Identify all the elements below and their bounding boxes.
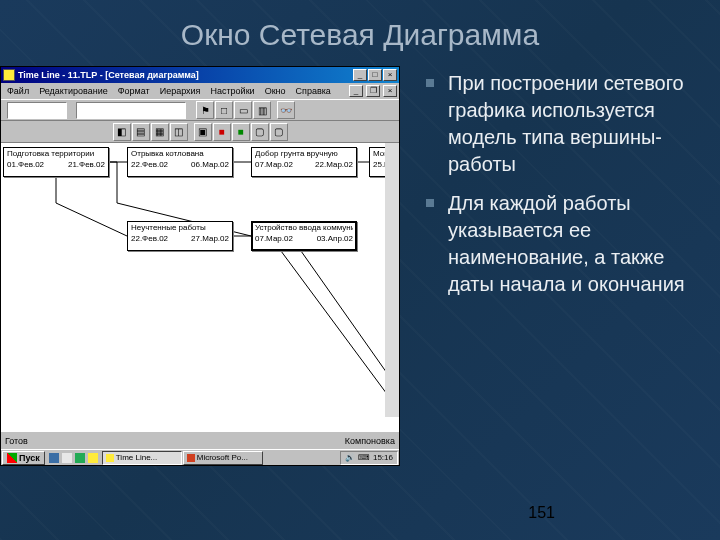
- taskbar-app-label: Microsoft Po...: [197, 453, 248, 462]
- task-title: Подготовка территории: [7, 149, 105, 158]
- scrollbar-vertical[interactable]: [385, 143, 399, 417]
- menu-hierarchy[interactable]: Иерархия: [156, 86, 205, 96]
- tray-icon[interactable]: ⌨: [358, 453, 370, 462]
- titlebar: Time Line - 11.TLP - [Сетевая диаграмма]…: [1, 67, 399, 83]
- tool2-a[interactable]: ◧: [113, 123, 131, 141]
- task-end-date: 03.Апр.02: [317, 234, 353, 243]
- system-tray[interactable]: 🔊 ⌨ 15:16: [340, 451, 398, 465]
- menu-settings[interactable]: Настройки: [206, 86, 258, 96]
- tool2-g[interactable]: ■: [232, 123, 250, 141]
- task-title: Отрывка котлована: [131, 149, 229, 158]
- tool2-c[interactable]: ▦: [151, 123, 169, 141]
- bullet-list: При построении сетевого графика использу…: [400, 66, 700, 466]
- tray-icon[interactable]: 🔊: [345, 453, 355, 462]
- tool-open-icon[interactable]: ▭: [234, 101, 252, 119]
- taskbar-app-powerpoint[interactable]: Microsoft Po...: [183, 451, 263, 465]
- combo-2[interactable]: [76, 102, 186, 119]
- svg-line-4: [56, 203, 127, 236]
- ql-icon[interactable]: [87, 452, 99, 464]
- menubar[interactable]: Файл Редактирование Формат Иерархия Наст…: [1, 83, 399, 99]
- ql-icon[interactable]: [74, 452, 86, 464]
- maximize-button[interactable]: □: [368, 69, 382, 81]
- start-button[interactable]: Пуск: [2, 451, 45, 465]
- mdi-restore-button[interactable]: ❐: [366, 85, 380, 97]
- tool-bino-icon[interactable]: 👓: [277, 101, 295, 119]
- diagram-canvas[interactable]: Подготовка территории01.Фев.0221.Фев.02О…: [1, 143, 399, 431]
- task-start-date: 07.Мар.02: [255, 160, 293, 169]
- task-title: Неучтенные работы: [131, 223, 229, 232]
- status-right: Компоновка: [345, 436, 395, 446]
- windows-icon: [7, 453, 17, 463]
- task-title: Добор грунта вручную: [255, 149, 353, 158]
- task-box[interactable]: Отрывка котлована22.Фев.0206.Мар.02: [127, 147, 233, 177]
- task-end-date: 27.Мар.02: [191, 234, 229, 243]
- taskbar-app-timeline[interactable]: Time Line...: [102, 451, 182, 465]
- window-title: Time Line - 11.TLP - [Сетевая диаграмма]: [18, 70, 352, 80]
- page-number: 151: [528, 504, 555, 522]
- slide-title: Окно Сетевая Диаграмма: [0, 0, 720, 52]
- app-screenshot: Time Line - 11.TLP - [Сетевая диаграмма]…: [0, 66, 400, 466]
- menu-file[interactable]: Файл: [3, 86, 33, 96]
- minimize-button[interactable]: _: [353, 69, 367, 81]
- task-end-date: 06.Мар.02: [191, 160, 229, 169]
- statusbar: Готов Компоновка: [1, 431, 399, 449]
- bullet-item: При построении сетевого графика использу…: [426, 70, 700, 178]
- quick-launch: [46, 452, 101, 464]
- task-start-date: 07.Мар.02: [255, 234, 293, 243]
- tool2-d[interactable]: ◫: [170, 123, 188, 141]
- task-box[interactable]: Подготовка территории01.Фев.0221.Фев.02: [3, 147, 109, 177]
- taskbar: Пуск Time Line... Microsoft Po... 🔊 ⌨ 15…: [1, 449, 399, 465]
- mdi-close-button[interactable]: ×: [383, 85, 397, 97]
- task-start-date: 01.Фев.02: [7, 160, 44, 169]
- task-start-date: 22.Фев.02: [131, 234, 168, 243]
- tool2-b[interactable]: ▤: [132, 123, 150, 141]
- close-button[interactable]: ×: [383, 69, 397, 81]
- task-box[interactable]: Устройство ввода коммуни07.Мар.0203.Апр.…: [251, 221, 357, 251]
- task-start-date: 22.Фев.02: [131, 160, 168, 169]
- menu-window[interactable]: Окно: [261, 86, 290, 96]
- menu-edit[interactable]: Редактирование: [35, 86, 112, 96]
- task-box[interactable]: Добор грунта вручную07.Мар.0222.Мар.02: [251, 147, 357, 177]
- task-box[interactable]: Неучтенные работы22.Фев.0227.Мар.02: [127, 221, 233, 251]
- ql-icon[interactable]: [61, 452, 73, 464]
- combo-1[interactable]: [7, 102, 67, 119]
- tool2-e[interactable]: ▣: [194, 123, 212, 141]
- menu-format[interactable]: Формат: [114, 86, 154, 96]
- status-left: Готов: [5, 436, 28, 446]
- task-title: Устройство ввода коммуни: [255, 223, 353, 232]
- tool-flag-icon[interactable]: ⚑: [196, 101, 214, 119]
- tool2-h[interactable]: ▢: [251, 123, 269, 141]
- toolbar-secondary: ◧ ▤ ▦ ◫ ▣ ■ ■ ▢ ▢: [1, 121, 399, 143]
- clock: 15:16: [373, 453, 393, 462]
- tool2-i[interactable]: ▢: [270, 123, 288, 141]
- menu-help[interactable]: Справка: [292, 86, 335, 96]
- tool-chart-icon[interactable]: ▥: [253, 101, 271, 119]
- tool2-f[interactable]: ■: [213, 123, 231, 141]
- ql-icon[interactable]: [48, 452, 60, 464]
- app-icon: [3, 69, 15, 81]
- bullet-item: Для каждой работы указывается ее наимено…: [426, 190, 700, 298]
- mdi-minimize-button[interactable]: _: [349, 85, 363, 97]
- task-end-date: 21.Фев.02: [68, 160, 105, 169]
- task-end-date: 22.Мар.02: [315, 160, 353, 169]
- start-label: Пуск: [19, 453, 40, 463]
- svg-line-10: [281, 251, 399, 413]
- toolbar-main: ⚑ □ ▭ ▥ 👓: [1, 99, 399, 121]
- tool-new-icon[interactable]: □: [215, 101, 233, 119]
- taskbar-app-label: Time Line...: [116, 453, 158, 462]
